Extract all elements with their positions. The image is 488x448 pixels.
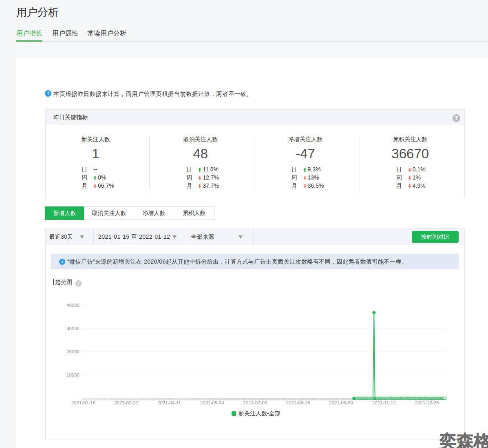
svg-text:2021-02-27: 2021-02-27 (114, 400, 138, 405)
svg-text:2021-01-15: 2021-01-15 (71, 400, 95, 405)
svg-text:2021-05-24: 2021-05-24 (200, 400, 224, 405)
svg-text:2021-09-30: 2021-09-30 (329, 400, 353, 405)
svg-text:2021-08-18: 2021-08-18 (286, 400, 310, 405)
svg-text:2021-11-12: 2021-11-12 (372, 400, 396, 405)
svg-text:2021-07-06: 2021-07-06 (243, 400, 267, 405)
svg-text:20000: 20000 (66, 349, 79, 354)
svg-text:30000: 30000 (66, 326, 79, 331)
svg-text:10000: 10000 (66, 373, 79, 377)
svg-text:40000: 40000 (66, 303, 79, 308)
svg-text:2021-12-25: 2021-12-25 (415, 400, 439, 405)
svg-text:2021-04-11: 2021-04-11 (157, 400, 181, 405)
